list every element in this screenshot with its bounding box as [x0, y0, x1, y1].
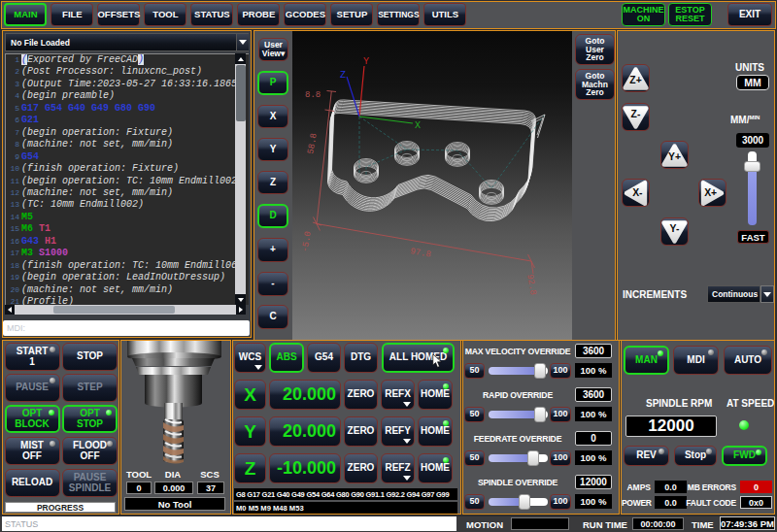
svg-text:Z: Z — [340, 70, 346, 81]
svg-text:X-: X- — [632, 187, 643, 198]
svg-text:-5.0: -5.0 — [300, 231, 314, 253]
svg-text:X+: X+ — [704, 187, 717, 198]
svg-text:Y-: Y- — [670, 223, 680, 234]
svg-text:58.8: 58.8 — [306, 133, 320, 155]
svg-text:Y+: Y+ — [668, 151, 681, 162]
svg-text:X: X — [415, 120, 421, 131]
svg-text:Y: Y — [363, 56, 369, 67]
svg-text:97.8: 97.8 — [409, 247, 431, 260]
svg-text:Z+: Z+ — [629, 75, 641, 85]
svg-text:92.8: 92.8 — [524, 274, 538, 296]
svg-text:Z-: Z- — [631, 109, 641, 119]
svg-text:8.8: 8.8 — [305, 90, 321, 100]
